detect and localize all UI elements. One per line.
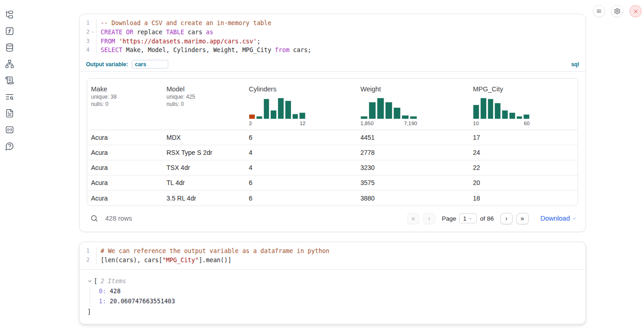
table-cell: 6 [245,134,357,141]
column-header-make[interactable]: Makeunique: 38nulls: 0 [87,85,163,126]
notebook: 1-- Download a CSV and create an in-memo… [79,14,586,324]
gutter: 1 [80,19,96,28]
histogram-bar [270,110,277,119]
snippets-icon[interactable] [5,125,14,134]
histogram-bar [473,105,479,119]
code-line[interactable]: 2[len(cars), cars["MPG_City"].mean()] [80,256,585,265]
menu-icon[interactable] [593,5,605,17]
search-icon[interactable] [90,214,99,223]
tree-close-bracket: ] [87,307,578,317]
histogram-tick: 7,190 [404,121,417,126]
page-label: Page [442,215,456,222]
prev-page-button[interactable]: ‹ [423,213,435,224]
code-line[interactable]: 2CREATE OR replace TABLE cars as [80,28,585,37]
datasources-icon[interactable] [5,43,14,52]
tree-body: 0: 4281: 20.060747663551403 [90,286,578,307]
column-stat: unique: 425 [166,93,245,100]
table-cell: Acura [87,164,163,171]
histogram-bar [360,116,368,119]
table-body: AcuraMDX6445117AcuraRSX Type S 2dr427782… [87,130,578,206]
logs-search-icon[interactable] [5,92,14,101]
tree-items-count: 2 Items [101,276,126,286]
table-cell: Acura [87,179,163,186]
last-page-button[interactable]: » [516,213,529,224]
table-cell: Acura [87,149,163,156]
line-number: 1 [80,247,90,256]
collapse-chevron-icon[interactable] [87,279,93,284]
table-cell: 2778 [357,149,469,156]
gear-icon[interactable] [611,5,623,17]
page-select[interactable]: 1 [459,213,477,223]
table-cell: 6 [245,195,357,202]
histogram-tick: 10 [473,121,479,126]
histogram-bar [263,99,270,119]
gutter: 4 [80,46,96,55]
scratchpad-scroll-icon[interactable] [5,76,14,85]
histogram-bar [292,114,299,119]
table-row[interactable]: AcuraTL 4dr6357520 [87,175,578,190]
next-page-button[interactable]: › [500,213,513,224]
code-line[interactable]: 4SELECT Make, Model, Cylinders, Weight, … [80,46,585,55]
language-badge: sql [571,61,579,68]
tree-entry[interactable]: 0: 428 [99,286,578,297]
column-header-cylinders[interactable]: Cylinders312 [245,85,357,126]
chevron-down-icon [468,217,472,221]
table-footer: 428 rows « ‹ Page 1 of 86 › » Download [87,211,578,225]
code-line[interactable]: 1# We can reference the output variable … [80,247,585,256]
fold-chevron-icon[interactable] [90,28,96,37]
output-variable-input[interactable] [132,60,168,69]
table-cell: Acura [87,134,163,141]
column-histogram: 1060 [473,98,530,126]
table-row[interactable]: Acura3.5 RL 4dr6388018 [87,190,578,206]
documentation-icon[interactable] [5,109,14,118]
code-text: # We can reference the output variable a… [96,247,585,256]
column-title: Model [166,85,245,93]
output-variable-label: Output variable: [86,61,128,68]
data-table: Makeunique: 38nulls: 0Modelunique: 425nu… [87,78,578,206]
gutter: 1 [80,247,96,256]
column-header-model[interactable]: Modelunique: 425nulls: 0 [163,85,245,126]
help-icon[interactable] [5,142,14,151]
table-cell: 3.5 RL 4dr [163,195,245,202]
python-code-editor[interactable]: 1# We can reference the output variable … [80,242,585,270]
column-header-weight[interactable]: Weight1,8507,190 [357,85,469,126]
line-number: 2 [80,28,90,37]
histogram-tick: 3 [249,121,252,126]
histogram-bar [393,107,401,119]
table-cell: 4451 [357,134,469,141]
python-cell: 1# We can reference the output variable … [79,242,586,324]
output-variable-row: Output variable: sql [80,59,585,72]
file-tree-icon[interactable] [5,10,14,19]
histogram-bar [256,116,263,119]
tree-entry[interactable]: 1: 20.060747663551403 [99,296,578,307]
dependency-graph-icon[interactable] [5,59,14,69]
tree-entry-key: 0: [99,288,106,295]
gutter: 2 [80,256,96,265]
histogram-bar [249,114,255,119]
table-row[interactable]: AcuraTSX 4dr4323022 [87,160,578,175]
histogram-bar [402,115,409,119]
table-cell: Acura [87,195,163,202]
table-header: Makeunique: 38nulls: 0Modelunique: 425nu… [87,79,578,130]
gutter: 2 [80,28,96,37]
first-page-button[interactable]: « [407,213,419,224]
table-cell: 4 [245,164,357,171]
page-select-value: 1 [463,215,466,222]
column-histogram: 312 [249,98,306,126]
table-row[interactable]: AcuraMDX6445117 [87,130,578,145]
sql-code-editor[interactable]: 1-- Download a CSV and create an in-memo… [80,14,585,59]
download-button[interactable]: Download [541,215,577,222]
close-icon[interactable] [629,5,642,17]
table-cell: 6 [245,179,357,186]
pagination: « ‹ Page 1 of 86 › » Download [407,213,578,224]
table-row[interactable]: AcuraRSX Type S 2dr4277824 [87,145,578,160]
column-header-mpg_city[interactable]: MPG_City1060 [469,85,578,126]
code-line[interactable]: 1-- Download a CSV and create an in-memo… [80,19,585,28]
function-variables-icon[interactable] [5,26,14,36]
code-line[interactable]: 3FROM 'https://datasets.marimo.app/cars.… [80,37,585,46]
histogram-bar [285,100,291,119]
table-cell: 18 [469,195,578,202]
table-cell: 4 [245,149,357,156]
histogram-bar [410,116,417,119]
column-title: MPG_City [473,85,578,93]
